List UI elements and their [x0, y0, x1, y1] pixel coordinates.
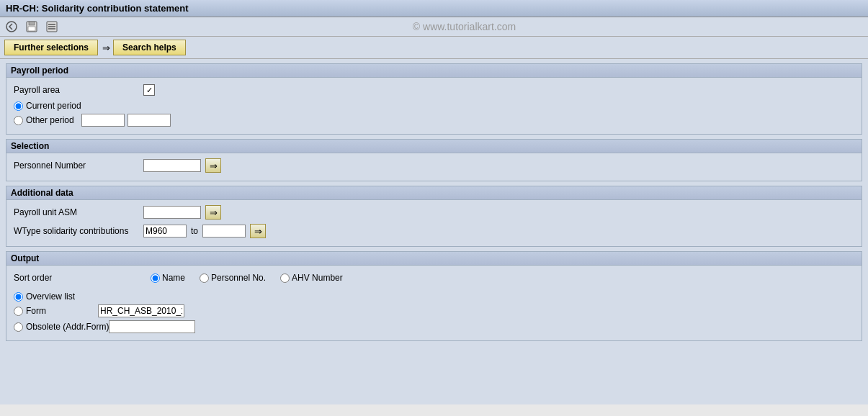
- sort-name-label: Name: [162, 273, 185, 283]
- current-period-radio[interactable]: [14, 101, 23, 111]
- sort-order-options: Name Personnel No. AHV Number: [151, 273, 343, 283]
- sort-ahv-option[interactable]: AHV Number: [280, 273, 343, 283]
- to-label: to: [191, 226, 198, 236]
- sort-name-radio[interactable]: [151, 273, 160, 283]
- payroll-period-section: Payroll period Payroll area ✓ Current pe…: [6, 63, 862, 135]
- personnel-number-input[interactable]: [143, 159, 201, 172]
- wtype-navigate-btn[interactable]: ⇒: [250, 224, 266, 238]
- form-row: Form: [14, 304, 854, 317]
- svg-rect-2: [29, 22, 35, 25]
- payroll-area-label: Payroll area: [14, 85, 143, 95]
- output-section: Output Sort order Name Personnel No.: [6, 251, 862, 341]
- sort-ahv-label: AHV Number: [292, 273, 343, 283]
- sort-personnel-option[interactable]: Personnel No.: [200, 273, 266, 283]
- personnel-number-row: Personnel Number ⇒: [14, 158, 854, 173]
- payroll-unit-label: Payroll unit ASM: [14, 207, 143, 217]
- svg-rect-3: [28, 27, 35, 31]
- additional-data-header: Additional data: [6, 186, 862, 200]
- wtype-row: WType solidarity contributions to ⇒: [14, 223, 854, 239]
- overview-list-label: Overview list: [26, 291, 75, 302]
- svg-point-0: [6, 22, 17, 32]
- obsolete-radio[interactable]: [14, 322, 23, 332]
- selection-section: Selection Personnel Number ⇒: [6, 139, 862, 181]
- payroll-area-row: Payroll area ✓: [14, 82, 854, 98]
- other-period-input-2[interactable]: [127, 114, 171, 127]
- obsolete-label: Obsolete (Addr.Form): [26, 322, 109, 332]
- selection-header: Selection: [6, 140, 862, 153]
- overview-list-radio[interactable]: [14, 292, 23, 302]
- wtype-label: WType solidarity contributions: [14, 226, 143, 236]
- window-title: HR-CH: Solidarity contribution statement: [6, 3, 189, 14]
- config-icon[interactable]: [45, 19, 59, 34]
- further-selections-tab[interactable]: Further selections: [4, 40, 98, 55]
- watermark: © www.tutorialkart.com: [65, 21, 864, 32]
- payroll-period-body: Payroll area ✓ Current period Other peri…: [6, 78, 862, 134]
- obsolete-row: Obsolete (Addr.Form): [14, 320, 854, 333]
- additional-data-body: Payroll unit ASM ⇒ WType solidarity cont…: [6, 200, 862, 246]
- obsolete-input[interactable]: [109, 320, 195, 333]
- toolbar: © www.tutorialkart.com: [0, 17, 868, 37]
- wtype-from-input[interactable]: [143, 225, 187, 238]
- other-period-label: Other period: [26, 115, 74, 125]
- title-bar: HR-CH: Solidarity contribution statement: [0, 0, 868, 17]
- sort-personnel-label: Personnel No.: [211, 273, 266, 283]
- payroll-unit-input[interactable]: [143, 206, 201, 219]
- additional-data-section: Additional data Payroll unit ASM ⇒ WType…: [6, 186, 862, 247]
- payroll-unit-navigate-btn[interactable]: ⇒: [205, 205, 221, 220]
- main-content: Payroll period Payroll area ✓ Current pe…: [0, 59, 868, 404]
- back-icon[interactable]: [4, 19, 19, 34]
- search-helps-tab[interactable]: Search helps: [113, 40, 186, 55]
- save-icon[interactable]: [24, 19, 39, 34]
- sort-order-row: Sort order Name Personnel No. AHV Number: [14, 270, 854, 286]
- personnel-number-navigate-btn[interactable]: ⇒: [205, 158, 221, 173]
- sort-personnel-radio[interactable]: [200, 273, 209, 283]
- other-period-radio[interactable]: [14, 116, 23, 125]
- search-helps-arrow-icon: ⇒: [102, 42, 110, 53]
- sort-ahv-radio[interactable]: [280, 273, 290, 283]
- selection-body: Personnel Number ⇒: [6, 153, 862, 181]
- form-label: Form: [26, 306, 98, 316]
- current-period-row: Current period: [14, 101, 854, 111]
- current-period-label: Current period: [26, 101, 81, 111]
- sort-order-label: Sort order: [14, 273, 143, 283]
- form-input[interactable]: [98, 304, 184, 317]
- payroll-area-checkbox[interactable]: ✓: [143, 84, 155, 96]
- tabs-bar: Further selections ⇒ Search helps: [0, 37, 868, 59]
- form-radio[interactable]: [14, 307, 23, 316]
- wtype-to-input[interactable]: [202, 225, 246, 238]
- other-period-input-1[interactable]: [81, 114, 125, 127]
- search-helps-label: Search helps: [122, 42, 176, 53]
- personnel-number-label: Personnel Number: [14, 160, 143, 171]
- payroll-period-header: Payroll period: [6, 64, 862, 78]
- further-selections-label: Further selections: [14, 42, 89, 53]
- output-header: Output: [6, 252, 862, 266]
- other-period-row: Other period: [14, 114, 854, 127]
- overview-list-row: Overview list: [14, 291, 854, 302]
- sort-name-option[interactable]: Name: [151, 273, 185, 283]
- output-body: Sort order Name Personnel No. AHV Number: [6, 266, 862, 340]
- payroll-unit-row: Payroll unit ASM ⇒: [14, 204, 854, 220]
